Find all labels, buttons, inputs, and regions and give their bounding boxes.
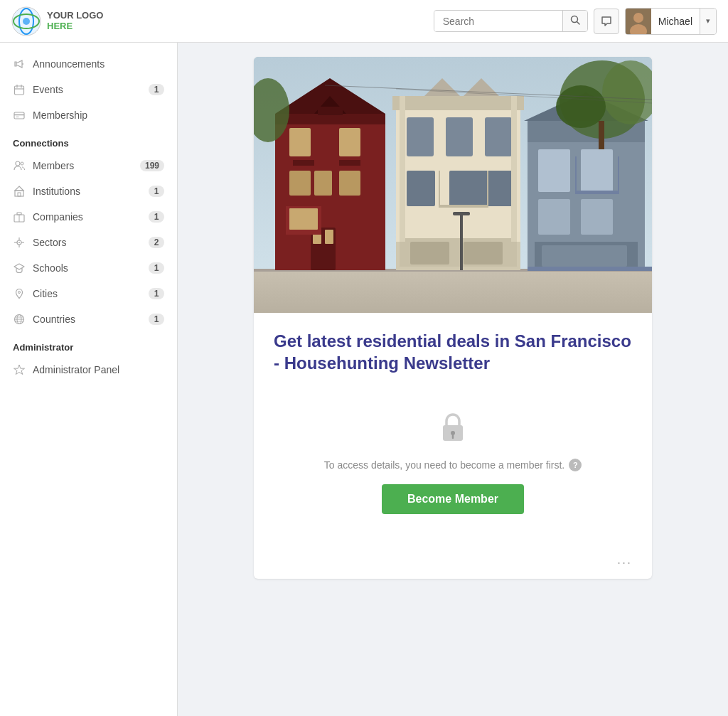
- svg-rect-37: [254, 270, 652, 313]
- svg-rect-84: [581, 149, 613, 192]
- sidebar-item-countries[interactable]: Countries 1: [0, 306, 177, 332]
- sidebar: Announcements Events 1: [0, 43, 178, 716]
- sidebar-item-schools[interactable]: Schools 1: [0, 255, 177, 281]
- svg-rect-14: [14, 112, 24, 119]
- sidebar-item-companies[interactable]: Companies 1: [0, 204, 177, 230]
- svg-rect-10: [15, 86, 24, 95]
- sidebar-events-label: Events: [33, 84, 141, 95]
- card-image: [254, 57, 652, 313]
- sidebar-item-announcements[interactable]: Announcements: [0, 51, 177, 77]
- svg-rect-55: [289, 208, 318, 230]
- help-icon[interactable]: ?: [569, 459, 582, 471]
- svg-rect-52: [293, 160, 314, 166]
- companies-icon: [13, 210, 26, 223]
- chat-button[interactable]: [594, 9, 619, 34]
- sectors-icon: [13, 236, 26, 249]
- sidebar-admin-panel-label: Administrator Panel: [33, 364, 164, 375]
- members-badge: 199: [140, 160, 164, 171]
- svg-rect-64: [407, 171, 435, 206]
- svg-rect-48: [314, 171, 332, 196]
- svg-rect-91: [542, 245, 627, 267]
- cities-icon: [13, 287, 26, 300]
- sidebar-item-admin-panel[interactable]: Administrator Panel: [0, 357, 177, 383]
- lock-section: To access details, you need to become a …: [274, 397, 632, 528]
- svg-rect-89: [618, 156, 619, 194]
- connections-section-title: Connections: [0, 128, 177, 153]
- svg-rect-78: [400, 96, 405, 242]
- svg-rect-53: [339, 160, 360, 166]
- avatar: [626, 9, 651, 34]
- newsletter-card: Get latest residential deals in San Fran…: [254, 57, 652, 579]
- logo-line2: HERE: [47, 21, 103, 31]
- companies-badge: 1: [149, 211, 164, 223]
- announcements-icon: [13, 58, 26, 70]
- svg-point-26: [18, 242, 20, 243]
- card-title: Get latest residential deals in San Fran…: [274, 330, 632, 374]
- access-text: To access details, you need to become a …: [324, 459, 582, 471]
- sidebar-companies-label: Companies: [33, 211, 141, 223]
- svg-point-18: [21, 162, 23, 165]
- institutions-icon: [13, 185, 26, 198]
- svg-rect-46: [289, 171, 311, 196]
- lock-icon: [440, 411, 466, 449]
- sidebar-item-events[interactable]: Events 1: [0, 77, 177, 102]
- cities-badge: 1: [149, 288, 164, 299]
- access-text-label: To access details, you need to become a …: [324, 459, 565, 471]
- svg-rect-86: [581, 199, 613, 235]
- become-member-button[interactable]: Become Member: [382, 484, 524, 514]
- house-scene-svg: [254, 57, 652, 313]
- svg-rect-74: [410, 242, 449, 265]
- sidebar-item-institutions[interactable]: Institutions 1: [0, 178, 177, 204]
- svg-rect-66: [485, 171, 513, 206]
- logo-icon: [11, 6, 41, 36]
- sidebar-item-members[interactable]: Members 199: [0, 153, 177, 178]
- more-options-dots[interactable]: ...: [617, 552, 632, 567]
- layout: Announcements Events 1: [0, 43, 728, 716]
- svg-rect-43: [318, 107, 343, 115]
- svg-rect-62: [446, 117, 473, 156]
- events-badge: 1: [149, 84, 164, 95]
- svg-rect-88: [575, 156, 577, 194]
- avatar-image: [626, 9, 651, 34]
- countries-icon: [13, 313, 26, 326]
- sidebar-item-sectors[interactable]: Sectors 2: [0, 230, 177, 255]
- user-dropdown-arrow[interactable]: ▾: [700, 9, 716, 34]
- membership-icon: [13, 109, 26, 122]
- schools-icon: [13, 262, 26, 274]
- main-content: Get latest residential deals in San Fran…: [178, 43, 728, 716]
- svg-line-5: [577, 22, 579, 25]
- svg-rect-63: [485, 117, 512, 156]
- sidebar-item-membership[interactable]: Membership: [0, 102, 177, 128]
- svg-rect-47: [339, 171, 360, 196]
- svg-rect-92: [528, 267, 652, 271]
- sidebar-item-cities[interactable]: Cities 1: [0, 281, 177, 306]
- administrator-section-title: Administrator: [0, 332, 177, 357]
- svg-marker-20: [15, 186, 23, 191]
- header: YOUR LOGO HERE: [0, 0, 728, 43]
- svg-point-3: [23, 18, 30, 25]
- schools-badge: 1: [149, 262, 164, 274]
- svg-rect-44: [289, 128, 311, 156]
- search-wrapper: [434, 10, 588, 32]
- search-input[interactable]: [434, 11, 562, 31]
- chat-icon: [601, 16, 612, 27]
- user-menu[interactable]: Michael ▾: [625, 8, 717, 35]
- members-icon: [13, 159, 26, 172]
- svg-rect-65: [449, 171, 488, 206]
- sidebar-institutions-label: Institutions: [33, 186, 141, 197]
- search-icon: [570, 15, 580, 25]
- svg-rect-51: [325, 230, 333, 244]
- svg-rect-96: [599, 121, 604, 149]
- events-icon: [13, 83, 26, 96]
- svg-point-95: [556, 85, 606, 128]
- svg-marker-35: [14, 365, 25, 375]
- institutions-badge: 1: [149, 186, 164, 197]
- sidebar-schools-label: Schools: [33, 262, 141, 274]
- svg-rect-40: [275, 114, 385, 124]
- svg-point-9: [22, 63, 23, 65]
- search-button[interactable]: [562, 11, 587, 31]
- admin-panel-icon: [13, 363, 26, 376]
- countries-badge: 1: [149, 314, 164, 325]
- svg-rect-61: [407, 117, 434, 156]
- svg-rect-76: [460, 213, 463, 270]
